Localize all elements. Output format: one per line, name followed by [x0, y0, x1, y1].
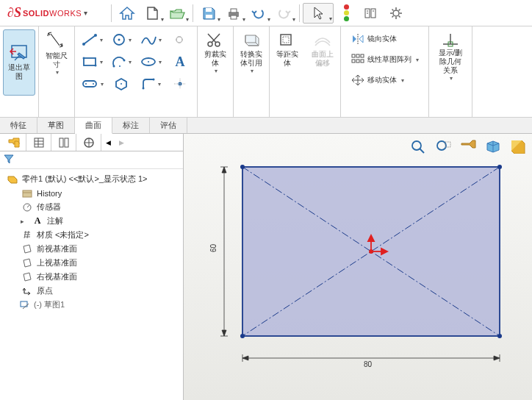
feature-tree: 零件1 (默认) <<默认>_显示状态 1> History 传感器 ▸ A 注…	[0, 169, 183, 400]
svg-point-89	[240, 334, 245, 338]
tree-annotations[interactable]: ▸ A 注解	[1, 214, 181, 228]
open-button[interactable]: ▾	[165, 3, 190, 24]
svg-rect-42	[281, 35, 291, 45]
tab-features[interactable]: 特征	[0, 118, 37, 133]
tree-sketch1[interactable]: (-) 草图1	[1, 298, 181, 312]
svg-point-35	[143, 88, 145, 90]
settings-button[interactable]	[384, 3, 409, 24]
filter-bar[interactable]	[0, 151, 183, 169]
move-entities-button[interactable]: 移动实体▾	[348, 72, 422, 88]
ellipse-tool[interactable]: ▾	[137, 51, 165, 72]
svg-point-29	[148, 61, 149, 63]
svg-rect-47	[361, 54, 364, 57]
tree-history[interactable]: History	[1, 186, 181, 200]
new-button[interactable]: ▾	[140, 3, 165, 24]
svg-line-12	[84, 35, 96, 44]
svg-point-87	[240, 165, 245, 169]
svg-rect-0	[206, 15, 212, 18]
svg-point-20	[176, 39, 177, 40]
dimxpert-tab[interactable]	[76, 134, 101, 151]
save-button[interactable]: ▾	[196, 3, 221, 24]
feature-manager-panel: ◀ ▶ 零件1 (默认) <<默认>_显示状态 1> History 传感器 ▸…	[0, 134, 184, 400]
panel-tab-bar: ◀ ▶	[0, 134, 183, 151]
tree-plane-top[interactable]: 上视基准面	[1, 256, 181, 270]
spline-tool[interactable]: ▾	[137, 29, 165, 50]
svg-point-10	[393, 10, 399, 16]
line-tool[interactable]: ▾	[78, 29, 106, 50]
app-logo: ∂S SOLIDWORKS ▾	[1, 5, 108, 21]
panel-nav-right[interactable]: ▶	[115, 134, 128, 151]
svg-rect-54	[35, 138, 43, 147]
dim-horizontal[interactable]: 80	[364, 360, 372, 368]
svg-point-90	[497, 334, 502, 338]
tab-annotate[interactable]: 标注	[112, 118, 150, 133]
config-manager-tab[interactable]	[51, 134, 76, 151]
sketch-drawing	[184, 134, 532, 399]
home-button[interactable]	[115, 3, 140, 24]
svg-point-31	[85, 83, 87, 85]
svg-point-32	[93, 83, 94, 85]
svg-rect-1	[206, 8, 212, 12]
rectangle-tool[interactable]: ▾	[78, 51, 106, 72]
svg-point-14	[94, 34, 97, 37]
point-tool[interactable]	[166, 74, 194, 94]
svg-rect-49	[356, 60, 359, 63]
tree-root[interactable]: 零件1 (默认) <<默认>_显示状态 1>	[1, 172, 181, 186]
panel-nav-left[interactable]: ◀	[101, 134, 115, 151]
svg-point-23	[83, 57, 85, 60]
offset-entities-button[interactable]: 等距实 体	[273, 29, 302, 96]
tree-plane-front[interactable]: 前视基准面	[1, 242, 181, 256]
arc-tool[interactable]: ▾	[107, 51, 135, 72]
graphics-area[interactable]: 60 80	[184, 134, 532, 400]
svg-point-25	[113, 65, 115, 68]
mirror-entities-button[interactable]: 镜向实体	[348, 31, 422, 47]
command-tabs: 特征 草图 曲面 标注 评估	[0, 118, 532, 134]
svg-point-24	[95, 65, 97, 67]
circle-tool[interactable]: ▾	[107, 29, 135, 50]
ds-logo: ∂S	[7, 5, 21, 21]
slot-tool[interactable]: ▾	[78, 74, 106, 94]
svg-rect-6	[371, 9, 375, 18]
polygon-tool[interactable]	[107, 74, 135, 94]
svg-rect-43	[283, 37, 289, 43]
tree-material[interactable]: 材质 <未指定>	[1, 228, 181, 242]
text-tool[interactable]: A	[166, 51, 194, 72]
svg-point-27	[119, 65, 121, 67]
tab-evaluate[interactable]: 评估	[150, 118, 187, 133]
linear-pattern-button[interactable]: 线性草图阵列▾	[348, 51, 422, 68]
svg-point-16	[118, 39, 121, 41]
svg-point-36	[153, 79, 155, 81]
quick-access-toolbar: ∂S SOLIDWORKS ▾ ▾ ▾ ▾ ▾ ▾ ▾ ▾	[0, 0, 532, 26]
feature-tree-tab[interactable]	[1, 134, 26, 151]
property-manager-tab[interactable]	[26, 134, 51, 151]
undo-button[interactable]: ▾	[246, 3, 271, 24]
tree-sensors[interactable]: 传感器	[1, 200, 181, 214]
svg-rect-4	[231, 15, 237, 19]
dim-vertical[interactable]: 60	[209, 244, 218, 252]
exit-sketch-button[interactable]: 退出草 图	[3, 29, 35, 96]
rebuild-button[interactable]	[334, 3, 359, 24]
options-button[interactable]	[359, 3, 384, 24]
select-button[interactable]: ▾	[303, 3, 334, 24]
tab-sketch[interactable]: 草图	[37, 118, 75, 133]
svg-rect-59	[65, 138, 68, 147]
svg-point-13	[82, 43, 85, 46]
svg-point-93	[370, 250, 373, 253]
tab-surface[interactable]: 曲面	[75, 118, 112, 134]
fillet-tool[interactable]: ▾	[137, 74, 165, 94]
trim-entities-button[interactable]: 剪裁实 体 ▾	[201, 29, 230, 96]
smart-dimension-button[interactable]: 智能尺 寸 ▾	[42, 29, 71, 96]
svg-rect-50	[361, 60, 364, 63]
svg-rect-45	[352, 54, 355, 57]
redo-button[interactable]: ▾	[271, 3, 296, 24]
convert-entities-button[interactable]: 转换实 体引用 ▾	[237, 29, 266, 96]
tree-plane-right[interactable]: 右视基准面	[1, 270, 181, 284]
display-relations-button[interactable]: 显示/删 除几何 关系 ▾	[432, 29, 469, 96]
svg-point-21	[181, 39, 183, 40]
tree-origin[interactable]: 原点	[1, 284, 181, 298]
svg-rect-3	[231, 9, 237, 12]
svg-rect-58	[60, 138, 63, 147]
print-button[interactable]: ▾	[221, 3, 246, 24]
slot-tool-1[interactable]	[166, 29, 194, 50]
svg-point-34	[121, 83, 122, 85]
